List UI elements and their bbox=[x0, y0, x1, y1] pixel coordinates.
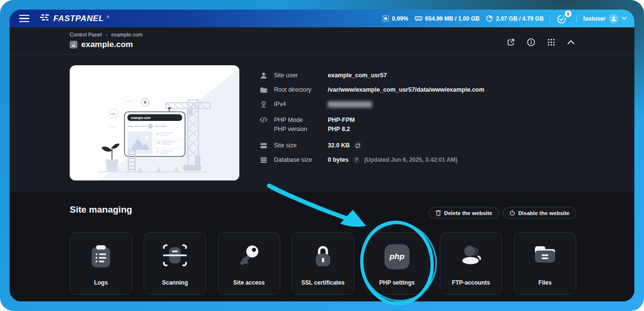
breadcrumb-separator-icon: › bbox=[106, 32, 108, 37]
site-overview-section: example.com bbox=[10, 55, 634, 192]
card-logs[interactable]: Logs bbox=[70, 232, 132, 295]
card-label-ftp: FTP-accounts bbox=[440, 279, 502, 286]
page-header: Control Panel › example.com example.com bbox=[10, 27, 634, 55]
disable-website-label: Disable the website bbox=[518, 210, 570, 216]
lock-icon bbox=[292, 244, 354, 268]
cpu-stat: 0.99% bbox=[382, 15, 409, 22]
php-icon: php bbox=[384, 244, 409, 269]
cpu-value: 0.99% bbox=[392, 15, 409, 22]
php-mode-value: PHP-FPM bbox=[328, 116, 355, 125]
section-title: Site managing bbox=[70, 204, 132, 215]
key-icon bbox=[218, 244, 280, 266]
database-size-row: Database size 0 bytes ? (Updated Jun 6, … bbox=[260, 153, 484, 167]
avatar bbox=[609, 14, 619, 24]
illustration-url: example.com bbox=[131, 116, 150, 120]
card-scanning[interactable]: Scanning bbox=[144, 232, 206, 295]
logs-icon bbox=[70, 244, 132, 268]
database-size-label: Database size bbox=[274, 156, 328, 163]
card-ssl-certificates[interactable]: SSL certificates bbox=[292, 232, 354, 295]
card-php-settings[interactable]: php PHP settings bbox=[366, 232, 428, 295]
tasks-button[interactable]: 0 bbox=[557, 13, 570, 24]
card-label-php-settings: PHP settings bbox=[366, 279, 428, 286]
card-site-access[interactable]: Site access bbox=[218, 232, 280, 295]
disable-website-button[interactable]: Disable the website bbox=[503, 207, 576, 219]
menu-icon[interactable] bbox=[17, 13, 31, 24]
gear-illustration bbox=[141, 98, 149, 106]
divider bbox=[550, 15, 550, 23]
site-user-label: Site user bbox=[274, 72, 328, 79]
info-icon[interactable] bbox=[527, 38, 535, 47]
updated-timestamp: (Updated Jun 6, 2025, 3:42:01 AM) bbox=[364, 156, 458, 163]
breadcrumb-control-panel[interactable]: Control Panel bbox=[70, 32, 102, 37]
php-mode-row: PHP Mode PHP version PHP-FPM PHP 8.2 bbox=[260, 116, 484, 134]
help-icon[interactable]: ? bbox=[352, 156, 360, 164]
open-site-icon[interactable] bbox=[507, 38, 515, 47]
user-icon bbox=[260, 72, 269, 80]
site-info-list: Site user example_com_usr57 Root directo… bbox=[260, 68, 484, 167]
delete-website-label: Delete the website bbox=[444, 210, 492, 216]
php-version-value: PHP 8.2 bbox=[328, 125, 355, 134]
brand-name: FASTPANEL bbox=[53, 14, 104, 24]
svg-text:</>: </> bbox=[111, 112, 115, 116]
card-ftp-accounts[interactable]: FTP-accounts bbox=[440, 232, 502, 295]
site-size-label: Site size bbox=[274, 142, 328, 149]
database-size-value: 0 bytes bbox=[328, 156, 348, 163]
delete-website-button[interactable]: Delete the website bbox=[429, 207, 499, 219]
trash-icon bbox=[435, 210, 441, 216]
card-label-logs: Logs bbox=[70, 279, 132, 286]
ipv4-row: IPv4 bbox=[260, 97, 484, 111]
browser-mockup: example.com bbox=[124, 112, 185, 156]
card-label-scanning: Scanning bbox=[144, 279, 206, 286]
top-navbar: FASTPANEL ® 0.99% bbox=[10, 10, 634, 27]
disk-icon bbox=[486, 15, 493, 22]
app-window: FASTPANEL ® 0.99% bbox=[10, 10, 634, 301]
disk-stat: 2.07 GB / 4.79 GB bbox=[486, 15, 544, 22]
site-managing-section: Site managing Delete the website Disable… bbox=[10, 192, 634, 301]
refresh-icon[interactable] bbox=[354, 141, 362, 150]
chevron-down-icon bbox=[622, 17, 627, 20]
divider bbox=[576, 15, 577, 23]
root-directory-label: Root directory bbox=[274, 86, 328, 93]
site-favicon-icon bbox=[70, 41, 77, 48]
location-pin-icon bbox=[260, 100, 269, 108]
site-size-row: Site size 32.0 KB bbox=[260, 138, 484, 153]
php-mode-label: PHP Mode bbox=[274, 116, 328, 125]
ipv4-label: IPv4 bbox=[274, 101, 328, 108]
brand-logo[interactable]: FASTPANEL ® bbox=[40, 14, 109, 24]
power-icon bbox=[509, 210, 515, 216]
breadcrumb-site: example.com bbox=[111, 32, 142, 37]
ram-stat: 654.99 MB / 1.00 GB bbox=[415, 15, 480, 22]
ram-value: 654.99 MB / 1.00 GB bbox=[425, 15, 480, 22]
tasks-badge: 0 bbox=[565, 11, 571, 17]
card-label-site-access: Site access bbox=[218, 279, 280, 286]
plant-illustration bbox=[101, 144, 120, 172]
ipv4-redacted-value bbox=[328, 101, 372, 108]
page-title: example.com bbox=[81, 40, 133, 49]
site-user-row: Site user example_com_usr57 bbox=[260, 68, 484, 83]
username: fastuser bbox=[583, 15, 606, 22]
php-version-label: PHP version bbox=[274, 125, 328, 134]
card-label-ssl: SSL certificates bbox=[292, 279, 354, 286]
cpu-icon bbox=[382, 15, 389, 22]
root-directory-row: Root directory /var/www/example_com_usr5… bbox=[260, 83, 484, 97]
registered-mark: ® bbox=[107, 15, 109, 19]
collapse-chevron-up-icon[interactable] bbox=[567, 40, 575, 45]
files-folder-icon bbox=[514, 244, 576, 264]
user-menu[interactable]: fastuser bbox=[583, 14, 627, 24]
card-label-files: Files bbox=[514, 279, 576, 286]
scanning-icon bbox=[144, 244, 206, 266]
window-icon bbox=[260, 142, 269, 150]
database-icon bbox=[260, 156, 269, 164]
equalizer-icon bbox=[40, 14, 50, 21]
disk-value: 2.07 GB / 4.79 GB bbox=[496, 15, 544, 22]
managing-cards: Logs Scanning bbox=[70, 232, 576, 295]
ram-icon bbox=[415, 15, 422, 22]
breadcrumb: Control Panel › example.com bbox=[70, 32, 143, 37]
code-icon bbox=[260, 116, 269, 124]
site-user-value: example_com_usr57 bbox=[328, 72, 387, 79]
site-size-value: 32.0 KB bbox=[328, 142, 350, 149]
folder-icon bbox=[260, 86, 269, 94]
card-files[interactable]: Files bbox=[514, 232, 576, 295]
apps-grid-icon[interactable] bbox=[547, 38, 556, 47]
root-directory-value: /var/www/example_com_usr57/data/www/exam… bbox=[328, 86, 484, 93]
